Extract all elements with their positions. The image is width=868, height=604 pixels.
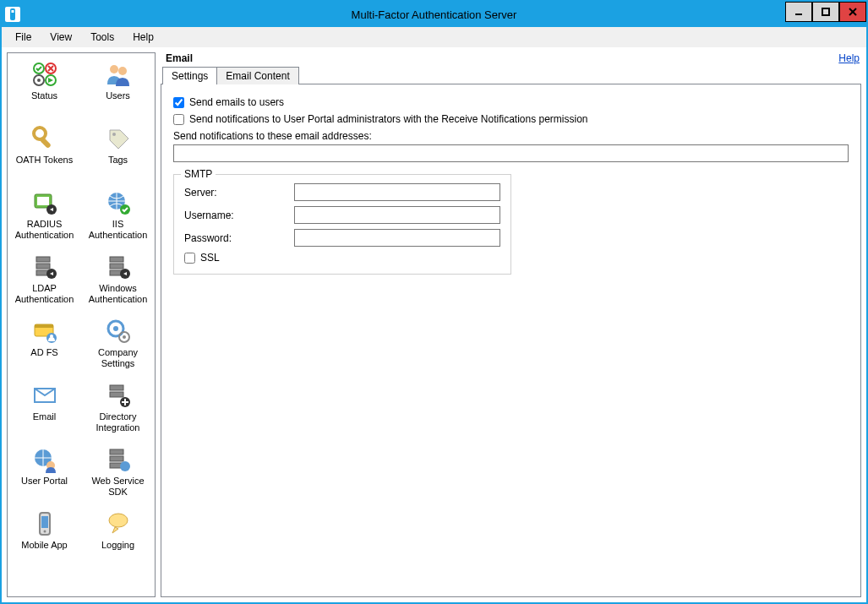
ldap-auth-icon	[30, 253, 59, 281]
window-controls	[785, 2, 866, 27]
svg-rect-48	[41, 516, 48, 528]
svg-point-49	[43, 531, 46, 533]
sidebar-item-directory-integration[interactable]: Directory Integration	[81, 378, 155, 442]
sidebar-item-company-settings[interactable]: Company Settings	[81, 313, 155, 378]
content-area: Status Users OATH Tokens Tags RADIUS Aut…	[2, 47, 866, 602]
email-icon	[30, 381, 59, 410]
send-notifications-checkbox[interactable]	[173, 114, 184, 125]
main-header: Email Help	[161, 52, 861, 66]
sidebar-item-oath-tokens[interactable]: OATH Tokens	[8, 121, 81, 185]
tab-email-content[interactable]: Email Content	[216, 67, 298, 84]
svg-rect-17	[37, 197, 49, 205]
sidebar-item-status[interactable]: Status	[8, 57, 81, 121]
smtp-ssl-label: SSL	[200, 252, 220, 264]
sidebar-item-user-portal[interactable]: User Portal	[8, 442, 81, 506]
close-button[interactable]	[839, 2, 866, 22]
smtp-fieldset: SMTP Server: Username: Password:	[173, 174, 511, 275]
sidebar-item-label: OATH Tokens	[14, 155, 74, 166]
sidebar-item-users[interactable]: Users	[81, 57, 155, 121]
sidebar-item-mobile-app[interactable]: Mobile App	[8, 506, 81, 570]
sidebar-item-label: User Portal	[19, 476, 69, 487]
sidebar-item-email[interactable]: Email	[8, 378, 81, 442]
maximize-button[interactable]	[812, 2, 839, 22]
radius-auth-icon	[30, 188, 59, 217]
svg-point-36	[123, 335, 126, 339]
sidebar-item-label: Mobile App	[19, 540, 68, 551]
svg-rect-39	[110, 392, 123, 397]
titlebar: Multi-Factor Authentication Server	[2, 2, 866, 27]
svg-rect-30	[35, 324, 53, 328]
sidebar-item-ldap-auth[interactable]: LDAP Authentication	[8, 249, 81, 313]
smtp-username-label: Username:	[184, 209, 294, 221]
menu-view[interactable]: View	[41, 29, 80, 46]
tab-strip: Settings Email Content	[161, 66, 861, 84]
smtp-legend: SMTP	[181, 168, 216, 180]
svg-point-46	[120, 461, 130, 471]
sidebar-item-logging[interactable]: Logging	[81, 506, 155, 570]
user-portal-icon	[30, 445, 59, 474]
svg-point-13	[34, 128, 46, 139]
app-icon	[5, 7, 20, 22]
svg-rect-43	[110, 449, 123, 454]
sidebar-item-label: Company Settings	[81, 347, 155, 368]
adfs-icon	[30, 317, 59, 346]
help-link[interactable]: Help	[838, 52, 860, 64]
tags-icon	[104, 124, 133, 153]
smtp-username-input[interactable]	[294, 206, 500, 224]
sidebar-item-label: Email	[31, 411, 58, 422]
app-window: Multi-Factor Authentication Server File …	[0, 0, 868, 604]
send-emails-label: Send emails to users	[189, 96, 284, 108]
web-service-sdk-icon	[104, 445, 133, 474]
sidebar-item-label: RADIUS Authentication	[8, 219, 81, 240]
addresses-input[interactable]	[173, 144, 849, 162]
mobile-app-icon	[30, 509, 59, 538]
smtp-server-input[interactable]	[294, 183, 500, 201]
svg-rect-2	[795, 14, 802, 15]
logging-icon	[104, 509, 133, 538]
tab-panel-settings: Send emails to users Send notifications …	[161, 84, 861, 597]
svg-rect-1	[12, 10, 14, 13]
svg-rect-25	[110, 257, 123, 262]
send-emails-checkbox[interactable]	[173, 97, 184, 108]
sidebar-item-adfs[interactable]: AD FS	[8, 313, 81, 378]
smtp-ssl-checkbox[interactable]	[184, 253, 195, 264]
svg-rect-22	[36, 264, 50, 269]
menu-file[interactable]: File	[7, 29, 40, 46]
svg-point-34	[113, 326, 118, 331]
sidebar-item-label: AD FS	[29, 347, 59, 358]
addresses-label: Send notifications to these email addres…	[173, 130, 849, 142]
windows-auth-icon	[104, 253, 133, 281]
svg-point-50	[109, 514, 128, 527]
svg-rect-21	[36, 257, 50, 262]
sidebar-item-radius-auth[interactable]: RADIUS Authentication	[8, 185, 81, 249]
tab-settings[interactable]: Settings	[162, 67, 217, 84]
send-notifications-label: Send notifications to User Portal admini…	[189, 113, 588, 125]
sidebar-item-label: Tags	[106, 155, 129, 166]
sidebar-item-web-service-sdk[interactable]: Web Service SDK	[81, 442, 155, 506]
sidebar-item-tags[interactable]: Tags	[81, 121, 155, 185]
sidebar-item-label: LDAP Authentication	[8, 283, 81, 304]
svg-point-9	[37, 79, 41, 82]
svg-rect-44	[110, 456, 123, 461]
smtp-password-label: Password:	[184, 232, 294, 244]
svg-rect-14	[39, 137, 51, 149]
svg-point-11	[110, 65, 118, 73]
sidebar-item-label: Users	[104, 90, 132, 101]
sidebar-item-label: Logging	[100, 540, 136, 551]
sidebar-item-label: Windows Authentication	[81, 283, 155, 304]
svg-point-15	[112, 133, 116, 136]
iis-auth-icon	[104, 188, 133, 217]
sidebar-item-label: Directory Integration	[81, 411, 155, 433]
sidebar-item-label: IIS Authentication	[81, 219, 155, 240]
sidebar-item-label: Status	[30, 90, 59, 101]
menu-help[interactable]: Help	[124, 29, 162, 46]
sidebar-item-windows-auth[interactable]: Windows Authentication	[81, 249, 155, 313]
minimize-button[interactable]	[785, 2, 812, 22]
smtp-password-input[interactable]	[294, 229, 500, 247]
menu-tools[interactable]: Tools	[82, 29, 123, 46]
sidebar-item-iis-auth[interactable]: IIS Authentication	[81, 185, 155, 249]
sidebar: Status Users OATH Tokens Tags RADIUS Aut…	[7, 52, 156, 597]
smtp-server-label: Server:	[184, 187, 294, 199]
menubar: File View Tools Help	[2, 27, 866, 47]
main-panel: Email Help Settings Email Content Send e…	[161, 52, 861, 597]
